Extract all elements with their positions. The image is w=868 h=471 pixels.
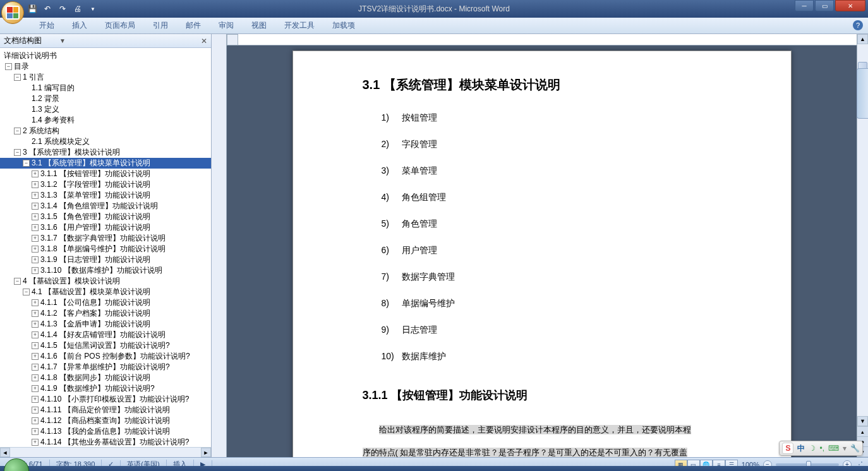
tree-root[interactable]: 详细设计说明书 <box>0 51 211 61</box>
tree-n313[interactable]: +3.1.3 【菜单管理】功能设计说明 <box>0 190 211 201</box>
tree-n312[interactable]: +3.1.2 【字段管理】功能设计说明 <box>0 179 211 190</box>
collapse-icon[interactable]: − <box>5 63 12 70</box>
tab-addins[interactable]: 加载项 <box>323 18 364 33</box>
tree-n413[interactable]: +4.1.3 【金盾申请】功能设计说明 <box>0 319 211 330</box>
expand-icon[interactable]: + <box>32 396 39 403</box>
expand-icon[interactable]: + <box>32 224 39 231</box>
expand-icon[interactable]: + <box>32 181 39 188</box>
tree-n319[interactable]: +3.1.9 【日志管理】功能设计说明 <box>0 254 211 265</box>
zoom-slider[interactable] <box>776 463 839 466</box>
tree-n419[interactable]: +4.1.9 【数据维护】功能设计说明? <box>0 383 211 394</box>
expand-icon[interactable]: + <box>32 417 39 424</box>
tree-n4112[interactable]: +4.1.12 【商品档案查询】功能设计说明 <box>0 415 211 426</box>
tree-toc[interactable]: −目录 <box>0 61 211 72</box>
tree-n3110[interactable]: +3.1.10 【数据库维护】功能设计说明 <box>0 265 211 276</box>
expand-icon[interactable]: + <box>32 428 39 435</box>
collapse-icon[interactable]: − <box>23 289 30 295</box>
tab-review[interactable]: 审阅 <box>210 18 243 33</box>
tree-n14[interactable]: 1.4 参考资料 <box>0 115 211 126</box>
tree-n41[interactable]: −4.1 【基础设置】模块菜单设计说明 <box>0 287 211 297</box>
tree-n412[interactable]: +4.1.2 【客户档案】功能设计说明 <box>0 308 211 319</box>
tree-n4113[interactable]: +4.1.13 【我的金盾信息】功能设计说明 <box>0 426 211 437</box>
ime-moon-icon[interactable]: ☽ <box>809 444 816 453</box>
tree-n4114[interactable]: +4.1.14 【其他业务基础设置】功能设计说明? <box>0 437 211 447</box>
tree-n12[interactable]: 1.2 背景 <box>0 93 211 104</box>
collapse-icon[interactable]: − <box>14 278 21 285</box>
tree-n418[interactable]: +4.1.8 【数据同步】功能设计说明 <box>0 373 211 383</box>
ime-toolbar[interactable]: S 中 ☽ •, ⌨ ▾ 🔧 <box>779 441 863 456</box>
tab-view[interactable]: 视图 <box>243 18 275 33</box>
document-map-tree[interactable]: 详细设计说明书 −目录 −1 引言 1.1 编写目的 1.2 背景 1.3 定义… <box>0 48 211 447</box>
tab-developer[interactable]: 开发工具 <box>275 18 323 33</box>
collapse-icon[interactable]: − <box>14 128 21 134</box>
tree-n4[interactable]: −4 【基础设置】模块设计说明 <box>0 276 211 287</box>
tree-n4110[interactable]: +4.1.10 【小票打印模板设置】功能设计说明? <box>0 394 211 405</box>
expand-icon[interactable]: + <box>32 213 39 220</box>
tree-n2[interactable]: −2 系统结构 <box>0 126 211 136</box>
help-icon[interactable]: ? <box>853 20 863 30</box>
tree-n315[interactable]: +3.1.5 【角色管理】功能设计说明 <box>0 212 211 222</box>
expand-icon[interactable]: + <box>32 331 39 338</box>
expand-icon[interactable]: + <box>32 203 39 210</box>
ime-mode-label[interactable]: 中 <box>797 443 805 454</box>
collapse-icon[interactable]: − <box>14 149 21 156</box>
document-page[interactable]: 3.1 【系统管理】模块菜单设计说明 1)按钮管理2)字段管理3)菜单管理4)角… <box>292 51 792 457</box>
ime-softkeyboard-icon[interactable]: ⌨ <box>828 444 839 453</box>
expand-icon[interactable]: + <box>32 439 39 446</box>
tree-n31[interactable]: −3.1 【系统管理】模块菜单设计说明 <box>0 158 211 169</box>
expand-icon[interactable]: + <box>32 246 39 253</box>
windows-taskbar[interactable] <box>0 466 868 471</box>
tree-n316[interactable]: +3.1.6 【用户管理】功能设计说明 <box>0 222 211 233</box>
tree-n314[interactable]: +3.1.4 【角色组管理】功能设计说明 <box>0 201 211 212</box>
document-viewport[interactable]: 3.1 【系统管理】模块菜单设计说明 1)按钮管理2)字段管理3)菜单管理4)角… <box>227 34 857 457</box>
scroll-up-icon[interactable]: ▲ <box>857 34 868 44</box>
scroll-right-icon[interactable]: ► <box>201 448 211 457</box>
expand-icon[interactable]: + <box>32 407 39 414</box>
tree-n311[interactable]: +3.1.1 【按钮管理】功能设计说明 <box>0 169 211 179</box>
expand-icon[interactable]: + <box>32 299 39 306</box>
qat-dropdown-icon[interactable]: ▼ <box>87 3 99 15</box>
ime-settings-icon[interactable]: 🔧 <box>850 444 860 453</box>
navpane-dropdown-icon[interactable]: ▼ <box>59 37 66 44</box>
collapse-icon[interactable]: − <box>14 74 21 81</box>
office-button[interactable] <box>1 1 24 24</box>
tree-n13[interactable]: 1.3 定义 <box>0 104 211 115</box>
expand-icon[interactable]: + <box>32 321 39 328</box>
prev-page-icon[interactable]: ▴ <box>857 427 868 437</box>
expand-icon[interactable]: + <box>32 256 39 263</box>
minimize-button[interactable]: ─ <box>795 0 814 11</box>
horizontal-ruler[interactable] <box>238 34 857 45</box>
save-icon[interactable]: 💾 <box>27 3 38 15</box>
ime-menu-icon[interactable]: ▾ <box>843 444 847 453</box>
expand-icon[interactable]: + <box>32 267 39 274</box>
tree-n11[interactable]: 1.1 编写目的 <box>0 83 211 93</box>
side-tab[interactable] <box>857 68 868 119</box>
tree-n3[interactable]: −3 【系统管理】模块设计说明 <box>0 147 211 158</box>
expand-icon[interactable]: + <box>32 364 39 371</box>
undo-icon[interactable]: ↶ <box>42 3 53 15</box>
redo-icon[interactable]: ↷ <box>57 3 68 15</box>
ime-punct-icon[interactable]: •, <box>819 444 824 453</box>
scroll-left-icon[interactable]: ◄ <box>0 448 10 457</box>
tree-n417[interactable]: +4.1.7 【异常单据维护】功能设计说明? <box>0 362 211 373</box>
tab-pagelayout[interactable]: 页面布局 <box>96 18 144 33</box>
maximize-button[interactable]: ▭ <box>815 0 834 11</box>
close-button[interactable]: ✕ <box>835 0 865 11</box>
tree-n411[interactable]: +4.1.1 【公司信息】功能设计说明 <box>0 297 211 308</box>
vertical-ruler[interactable] <box>212 34 227 457</box>
expand-icon[interactable]: + <box>32 385 39 392</box>
expand-icon[interactable]: + <box>32 374 39 381</box>
expand-icon[interactable]: + <box>32 353 39 360</box>
tree-n416[interactable]: +4.1.6 【前台 POS 控制参数】功能设计说明? <box>0 351 211 362</box>
tree-n21[interactable]: 2.1 系统模块定义 <box>0 136 211 147</box>
tree-n414[interactable]: +4.1.4 【好友店铺管理】功能设计说明 <box>0 330 211 340</box>
expand-icon[interactable]: + <box>32 170 39 177</box>
navpane-hscrollbar[interactable]: ◄ ► <box>0 447 211 457</box>
tab-insert[interactable]: 插入 <box>63 18 96 33</box>
tab-home[interactable]: 开始 <box>30 18 63 33</box>
tree-n317[interactable]: +3.1.7 【数据字典管理】功能设计说明 <box>0 233 211 244</box>
scroll-down-icon[interactable]: ▼ <box>857 416 868 426</box>
expand-icon[interactable]: + <box>32 235 39 242</box>
tree-n415[interactable]: +4.1.5 【短信黑词设置】功能设计说明? <box>0 340 211 351</box>
tab-mailings[interactable]: 邮件 <box>177 18 210 33</box>
